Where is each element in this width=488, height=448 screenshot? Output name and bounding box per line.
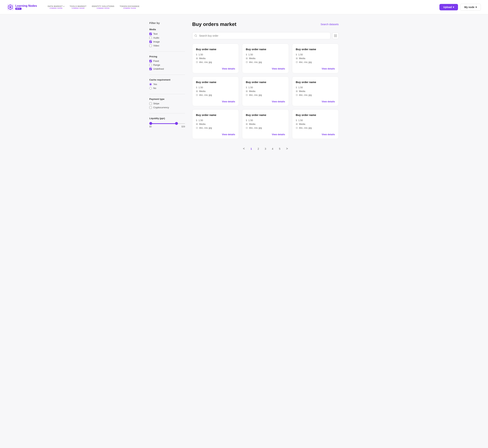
filter-cache-no[interactable]: No [149,87,185,89]
slider-thumb-left[interactable] [149,122,152,125]
page-1[interactable]: 1 [249,147,254,151]
dollar-icon: $ [196,53,197,56]
filter-liquidity-title: Liquidity (ppr) [149,117,185,120]
prev-page-button[interactable]: < [241,146,246,151]
card-title: Buy order name [246,113,285,116]
page-title: Buy orders market [192,21,236,27]
file-icon: ⊡ [296,127,298,129]
file-icon: ⊡ [196,94,198,96]
card-footer: View details [246,130,285,136]
card-formats: ⊡ doc, csv, jpg [196,94,235,96]
dollar-icon: $ [196,119,197,122]
buy-order-card: Buy order name $ 1.50 ⊞ Media ⊡ doc, csv… [292,109,339,139]
card-title: Buy order name [296,48,335,51]
filter-stripe[interactable]: Stripe [149,102,185,105]
filter-audio[interactable]: Audio [149,36,185,39]
next-page-button[interactable]: > [285,146,289,151]
filter-section-liquidity: Liquidity (ppr) $0 $39 [149,117,185,131]
card-price: $ 1.50 [296,86,335,89]
view-details-link[interactable]: View details [272,100,285,103]
search-bar [192,32,339,39]
card-media: ⊞ Media [196,90,235,93]
filter-crypto[interactable]: Cryptocurrency [149,106,185,109]
pagination: < 1 2 3 4 5 > [192,146,339,151]
card-price: $ 1.50 [196,86,235,89]
grid-view-button[interactable] [332,32,339,39]
card-title: Buy order name [196,80,235,84]
svg-point-2 [10,7,11,8]
filter-cache-title: Cache requirement [149,78,185,81]
card-price: $ 1.50 [246,86,285,89]
view-details-link[interactable]: View details [322,133,335,136]
card-footer: View details [196,130,235,136]
media-icon: ⊞ [196,123,198,125]
view-details-link[interactable]: View details [272,67,285,70]
svg-rect-13 [334,36,335,37]
card-formats: ⊡ doc, csv, jpg [296,127,335,129]
upload-button[interactable]: Upload ▾ [440,4,458,10]
logo-beta: BETA [15,8,21,10]
nav-tools-market[interactable]: TOOLS MARKET COMING SOON [70,5,87,9]
grid-list-icon [334,34,337,37]
dollar-icon: $ [246,53,247,56]
buy-order-card: Buy order name $ 1.50 ⊞ Media ⊡ doc, csv… [242,76,289,106]
card-media: ⊞ Media [196,123,235,125]
card-media: ⊞ Media [296,123,335,125]
card-footer: View details [296,97,335,103]
view-details-link[interactable]: View details [272,133,285,136]
liquidity-slider: $0 $39 [149,123,185,128]
file-icon: ⊡ [296,61,298,64]
card-footer: View details [296,130,335,136]
card-title: Buy order name [196,113,235,116]
card-price: $ 1.50 [196,53,235,56]
slider-thumb-right[interactable] [175,122,178,125]
view-details-link[interactable]: View details [322,100,335,103]
media-icon: ⊞ [246,90,248,93]
header: Learning Nodes BETA DATA MARKET ▾ COMING… [0,0,488,14]
slider-labels: $0 $39 [149,125,185,128]
view-details-link[interactable]: View details [322,67,335,70]
filter-cache-yes[interactable]: Yes [149,83,185,86]
filter-undefined[interactable]: Undefined [149,68,185,70]
filter-fixed[interactable]: Fixed [149,60,185,62]
page-3[interactable]: 3 [263,147,268,151]
filter-video[interactable]: Video [149,44,185,47]
view-details-link[interactable]: View details [222,100,235,103]
mynode-button[interactable]: My node ▾ [460,4,481,10]
buy-order-card: Buy order name $ 1.50 ⊞ Media ⊡ doc, csv… [242,44,289,73]
page-2[interactable]: 2 [256,147,260,151]
page-5[interactable]: 5 [278,147,282,151]
header-actions: Upload ▾ My node ▾ [440,4,481,10]
media-icon: ⊞ [296,57,298,60]
cards-grid: Buy order name $ 1.50 ⊞ Media ⊡ doc, csv… [192,44,339,139]
page-4[interactable]: 4 [271,147,275,151]
card-formats: ⊡ doc, csv, jpg [296,94,335,96]
search-datasets-link[interactable]: Search datasets [321,23,339,26]
media-icon: ⊞ [196,57,198,60]
nav-token-exchange[interactable]: TOKEN EXCHANGE COMING SOON [120,5,139,9]
card-footer: View details [196,97,235,103]
file-icon: ⊡ [246,61,248,64]
filter-image[interactable]: Image [149,40,185,43]
view-details-link[interactable]: View details [222,67,235,70]
slider-fill [149,123,178,124]
filter-range[interactable]: Range [149,64,185,66]
filter-pricing-title: Pricing [149,55,185,58]
media-icon: ⊞ [196,90,198,93]
buy-order-card: Buy order name $ 1.50 ⊞ Media ⊡ doc, csv… [242,109,289,139]
nav-data-market[interactable]: DATA MARKET ▾ COMING SOON [48,5,64,9]
search-input[interactable] [192,32,330,39]
card-formats: ⊡ doc, csv, jpg [246,94,285,96]
media-icon: ⊞ [296,123,298,125]
card-footer: View details [246,97,285,103]
filter-text[interactable]: Text [149,32,185,35]
card-title: Buy order name [246,48,285,51]
slider-min: $0 [149,125,152,128]
nav-identity-solutions[interactable]: IDENTITY SOLUTIONS COMING SOON [92,5,114,9]
view-details-link[interactable]: View details [222,133,235,136]
file-icon: ⊡ [246,127,248,129]
logo[interactable]: Learning Nodes BETA [7,4,37,10]
card-price: $ 1.50 [246,53,285,56]
filter-media-title: Media [149,28,185,31]
svg-line-10 [196,36,197,37]
